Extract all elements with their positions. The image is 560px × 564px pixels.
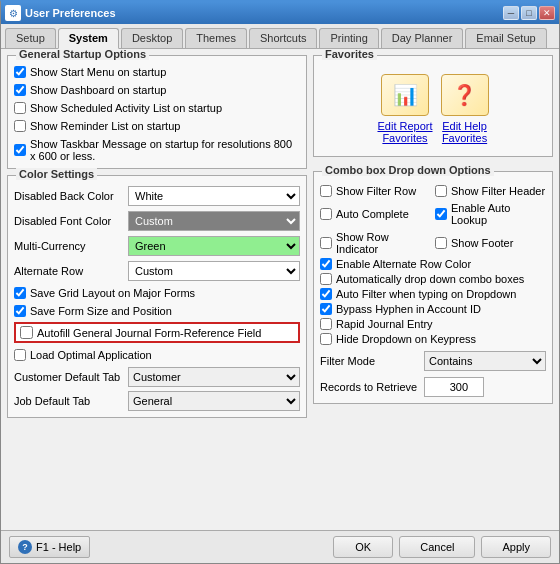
bottom-bar: ? F1 - Help OK Cancel Apply: [1, 530, 559, 563]
autofill-check[interactable]: [20, 326, 33, 339]
report-favorites-icon: 📊: [381, 74, 429, 116]
rapid-journal-check[interactable]: [320, 318, 332, 330]
startup-label-0: Show Start Menu on startup: [30, 66, 166, 78]
tab-printing[interactable]: Printing: [319, 28, 378, 48]
help-favorites-label: Edit HelpFavorites: [442, 120, 487, 144]
close-button[interactable]: ✕: [539, 6, 555, 20]
save-grid-row: Save Grid Layout on Major Forms: [14, 287, 300, 299]
show-footer-check[interactable]: [435, 237, 447, 249]
enable-alt-row-label: Enable Alternate Row Color: [336, 258, 471, 270]
startup-option-0: Show Start Menu on startup: [14, 66, 300, 78]
customer-default-select[interactable]: Customer: [128, 367, 300, 387]
ok-button[interactable]: OK: [333, 536, 393, 558]
hide-dropdown-label: Hide Dropdown on Keypress: [336, 333, 476, 345]
enable-alt-row-check[interactable]: [320, 258, 332, 270]
tab-email-setup[interactable]: Email Setup: [465, 28, 546, 48]
minimize-button[interactable]: ─: [503, 6, 519, 20]
cancel-button[interactable]: Cancel: [399, 536, 475, 558]
favorites-title: Favorites: [322, 49, 377, 60]
enable-auto-lookup-opt: Enable Auto Lookup: [435, 202, 546, 226]
hide-dropdown-check[interactable]: [320, 333, 332, 345]
main-window: ⚙ User Preferences ─ □ ✕ Setup System De…: [0, 0, 560, 564]
tab-system[interactable]: System: [58, 28, 119, 49]
filter-mode-row: Filter Mode Contains: [320, 351, 546, 371]
bypass-hyphen-check[interactable]: [320, 303, 332, 315]
startup-option-2: Show Scheduled Activity List on startup: [14, 102, 300, 114]
show-filter-header-opt: Show Filter Header: [435, 185, 546, 197]
edit-report-favorites[interactable]: 📊 Edit ReportFavorites: [377, 74, 432, 144]
customer-default-row: Customer Default Tab Customer: [14, 367, 300, 387]
enable-auto-lookup-check[interactable]: [435, 208, 447, 220]
records-retrieve-input[interactable]: [424, 377, 484, 397]
auto-dropdown-opt: Automatically drop down combo boxes: [320, 273, 546, 285]
show-filter-row-opt: Show Filter Row: [320, 185, 431, 197]
alternate-row-select[interactable]: Custom: [128, 261, 300, 281]
startup-group: General Startup Options Show Start Menu …: [7, 55, 307, 169]
save-grid-check[interactable]: [14, 287, 26, 299]
show-row-indicator-check[interactable]: [320, 237, 332, 249]
tab-day-planner[interactable]: Day Planner: [381, 28, 464, 48]
auto-dropdown-label: Automatically drop down combo boxes: [336, 273, 524, 285]
multi-currency-select[interactable]: Green: [128, 236, 300, 256]
bypass-hyphen-opt: Bypass Hyphen in Account ID: [320, 303, 546, 315]
tab-shortcuts[interactable]: Shortcuts: [249, 28, 317, 48]
startup-label-2: Show Scheduled Activity List on startup: [30, 102, 222, 114]
filter-mode-label: Filter Mode: [320, 355, 420, 367]
combo-title: Combo box Drop down Options: [322, 164, 494, 176]
disabled-font-row: Disabled Font Color Custom: [14, 211, 300, 231]
load-optimal-row: Load Optimal Application: [14, 349, 300, 361]
tab-setup[interactable]: Setup: [5, 28, 56, 48]
help-button[interactable]: ? F1 - Help: [9, 536, 90, 558]
tab-themes[interactable]: Themes: [185, 28, 247, 48]
startup-check-0[interactable]: [14, 66, 26, 78]
help-icon: ?: [18, 540, 32, 554]
startup-check-3[interactable]: [14, 120, 26, 132]
auto-filter-label: Auto Filter when typing on Dropdown: [336, 288, 516, 300]
show-footer-opt: Show Footer: [435, 231, 546, 255]
autofill-row: Autofill General Journal Form-Reference …: [14, 322, 300, 343]
disabled-back-select[interactable]: White: [128, 186, 300, 206]
main-content: General Startup Options Show Start Menu …: [1, 49, 559, 530]
auto-filter-opt: Auto Filter when typing on Dropdown: [320, 288, 546, 300]
startup-label-4: Show Taskbar Message on startup for reso…: [30, 138, 300, 162]
favorites-section: 📊 Edit ReportFavorites ❓ Edit HelpFavori…: [320, 68, 546, 150]
startup-group-title: General Startup Options: [16, 49, 149, 60]
show-filter-header-label: Show Filter Header: [451, 185, 545, 197]
color-settings-title: Color Settings: [16, 168, 97, 180]
startup-check-4[interactable]: [14, 144, 26, 156]
auto-filter-check[interactable]: [320, 288, 332, 300]
startup-check-2[interactable]: [14, 102, 26, 114]
window-icon: ⚙: [5, 5, 21, 21]
filter-mode-select[interactable]: Contains: [424, 351, 546, 371]
title-bar: ⚙ User Preferences ─ □ ✕: [1, 2, 559, 24]
rapid-journal-label: Rapid Journal Entry: [336, 318, 433, 330]
show-row-indicator-label: Show Row Indicator: [336, 231, 431, 255]
save-form-check[interactable]: [14, 305, 26, 317]
auto-dropdown-check[interactable]: [320, 273, 332, 285]
show-filter-row-check[interactable]: [320, 185, 332, 197]
edit-help-favorites[interactable]: ❓ Edit HelpFavorites: [441, 74, 489, 144]
left-panel: General Startup Options Show Start Menu …: [7, 55, 307, 524]
startup-option-3: Show Reminder List on startup: [14, 120, 300, 132]
help-favorites-icon: ❓: [441, 74, 489, 116]
window-title: User Preferences: [25, 7, 503, 19]
auto-complete-check[interactable]: [320, 208, 332, 220]
job-default-select[interactable]: General: [128, 391, 300, 411]
disabled-font-select[interactable]: Custom: [128, 211, 300, 231]
maximize-button[interactable]: □: [521, 6, 537, 20]
apply-button[interactable]: Apply: [481, 536, 551, 558]
startup-label-3: Show Reminder List on startup: [30, 120, 180, 132]
rapid-journal-opt: Rapid Journal Entry: [320, 318, 546, 330]
tab-desktop[interactable]: Desktop: [121, 28, 183, 48]
disabled-back-row: Disabled Back Color White: [14, 186, 300, 206]
disabled-font-label: Disabled Font Color: [14, 215, 124, 227]
autofill-label: Autofill General Journal Form-Reference …: [37, 327, 261, 339]
alternate-row-label: Alternate Row: [14, 265, 124, 277]
load-optimal-check[interactable]: [14, 349, 26, 361]
enable-alt-row-opt: Enable Alternate Row Color: [320, 258, 546, 270]
report-favorites-label: Edit ReportFavorites: [377, 120, 432, 144]
bypass-hyphen-label: Bypass Hyphen in Account ID: [336, 303, 481, 315]
startup-check-1[interactable]: [14, 84, 26, 96]
save-form-row: Save Form Size and Position: [14, 305, 300, 317]
show-filter-header-check[interactable]: [435, 185, 447, 197]
